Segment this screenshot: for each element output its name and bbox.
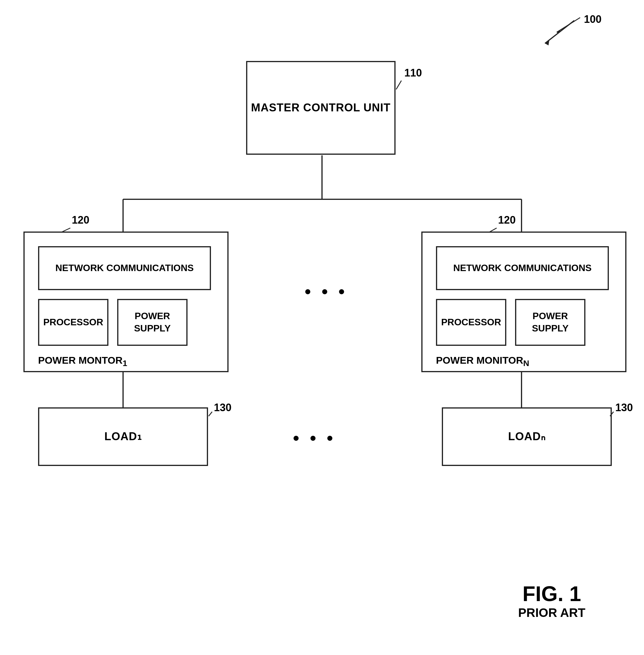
diagram-container: 100 MASTER CONTROL UNIT 110 NETWORK COMM…: [0, 0, 644, 655]
ref-120-left-label: 120: [72, 214, 89, 226]
processor-1-label: PROCESSOR: [43, 316, 103, 329]
svg-marker-9: [545, 40, 549, 45]
svg-line-10: [396, 81, 401, 89]
power-monitor-1-inner-label: POWER MONTOR1: [38, 355, 127, 368]
power-supply-n-box: POWER SUPPLY: [515, 299, 585, 346]
svg-marker-1: [557, 29, 561, 34]
svg-line-13: [209, 412, 212, 416]
ellipsis-loads: • • •: [293, 428, 336, 448]
processor-1-box: PROCESSOR: [38, 299, 109, 346]
svg-line-8: [545, 21, 574, 43]
figure-label: FIG. 1 PRIOR ART: [518, 582, 585, 620]
power-supply-n-label: POWER SUPPLY: [516, 310, 584, 334]
load-1-label: LOAD₁: [104, 429, 142, 444]
ref-120-right-label: 120: [498, 214, 516, 226]
ref-110-label: 110: [404, 67, 422, 79]
processor-n-box: PROCESSOR: [436, 299, 506, 346]
ellipsis-power-monitors: • • •: [305, 281, 347, 301]
figure-number: FIG. 1: [518, 582, 585, 606]
ref-100-label: 100: [584, 13, 601, 25]
load-n-box: LOADₙ: [442, 407, 612, 466]
power-supply-1-label: POWER SUPPLY: [118, 310, 186, 334]
master-control-unit-box: MASTER CONTROL UNIT: [246, 61, 395, 155]
network-comm-1-box: NETWORK COMMUNICATIONS: [38, 246, 211, 290]
load-1-box: LOAD₁: [38, 407, 208, 466]
network-comm-n-label: NETWORK COMMUNICATIONS: [453, 262, 592, 274]
figure-subtitle: PRIOR ART: [518, 606, 585, 620]
load-n-label: LOADₙ: [508, 429, 546, 444]
power-monitor-n-inner-label: POWER MONITORN: [436, 355, 529, 368]
master-control-unit-label: MASTER CONTROL UNIT: [251, 100, 391, 115]
power-supply-1-box: POWER SUPPLY: [117, 299, 187, 346]
ref-130-left-label: 130: [214, 402, 231, 414]
ref-130-right-label: 130: [615, 402, 633, 414]
svg-line-0: [557, 18, 580, 32]
network-comm-n-box: NETWORK COMMUNICATIONS: [436, 246, 609, 290]
processor-n-label: PROCESSOR: [441, 316, 501, 329]
network-comm-1-label: NETWORK COMMUNICATIONS: [55, 262, 194, 274]
